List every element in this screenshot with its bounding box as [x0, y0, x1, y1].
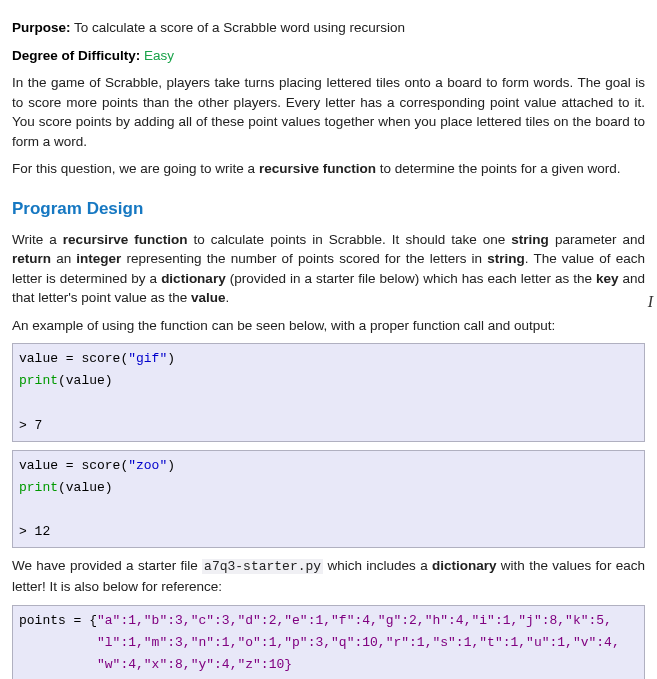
intro-paragraph-1: In the game of Scrabble, players take tu…: [12, 73, 645, 151]
difficulty-line: Degree of Difficulty: Easy: [12, 46, 645, 66]
purpose-label: Purpose:: [12, 20, 71, 35]
program-design-heading: Program Design: [12, 197, 645, 222]
intro-paragraph-2: For this question, we are going to write…: [12, 159, 645, 179]
text-cursor-icon: I: [648, 290, 653, 313]
code-block-points-dict: points = {"a":1,"b":3,"c":3,"d":2,"e":1,…: [12, 605, 645, 679]
example-intro: An example of using the function can be …: [12, 316, 645, 336]
purpose-text: To calculate a score of a Scrabble word …: [71, 20, 405, 35]
starter-paragraph: We have provided a starter file a7q3-sta…: [12, 556, 645, 596]
starter-filename: a7q3-starter.py: [202, 559, 323, 574]
difficulty-label: Degree of Difficulty:: [12, 48, 140, 63]
design-paragraph: Write a recursirve function to calculate…: [12, 230, 645, 308]
purpose-line: Purpose: To calculate a score of a Scrab…: [12, 18, 645, 38]
difficulty-value: Easy: [140, 48, 174, 63]
code-block-example-1: value = score("gif") print(value) > 7: [12, 343, 645, 441]
code-block-example-2: value = score("zoo") print(value) > 12: [12, 450, 645, 548]
